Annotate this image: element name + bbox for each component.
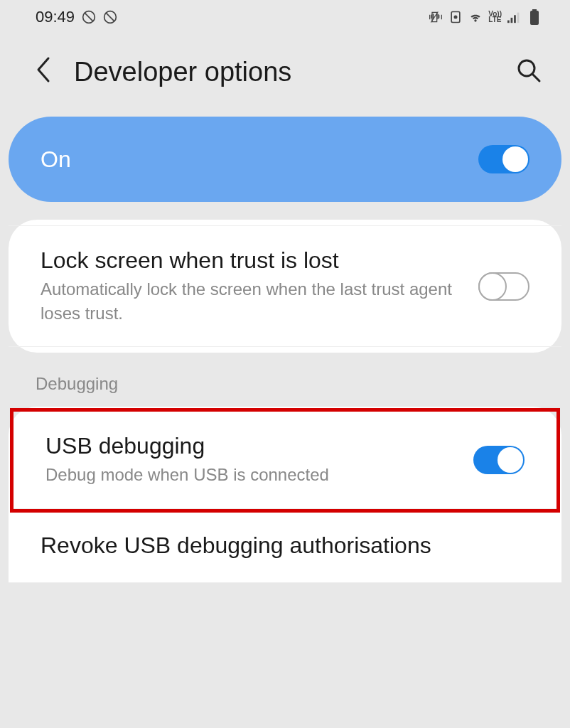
svg-rect-9: [530, 11, 539, 25]
settings-card-debugging: USB debugging Debug mode when USB is con…: [9, 407, 561, 583]
svg-rect-8: [532, 9, 537, 11]
revoke-usb-debugging-authorisations[interactable]: Revoke USB debugging authorisations: [9, 513, 561, 583]
svg-rect-7: [517, 13, 520, 23]
volte-icon: Vo))LTE: [488, 11, 502, 23]
settings-card-1: Lock screen when trust is lost Automatic…: [9, 220, 561, 353]
notification-icon-2: [103, 10, 117, 24]
battery-icon: [527, 10, 542, 24]
app-header: Developer options: [0, 34, 570, 113]
search-button[interactable]: [516, 58, 542, 86]
section-header-debugging: Debugging: [0, 353, 570, 407]
usb-debugging[interactable]: USB debugging Debug mode when USB is con…: [14, 412, 556, 509]
master-toggle-switch[interactable]: [478, 145, 529, 173]
signal-icon: [507, 10, 522, 24]
lock-screen-toggle-switch[interactable]: [478, 272, 529, 301]
usb-debugging-toggle-switch[interactable]: [473, 446, 525, 474]
svg-rect-5: [511, 18, 513, 23]
svg-point-10: [519, 60, 534, 76]
data-saver-icon: [448, 10, 463, 24]
notification-icon-1: [82, 10, 96, 24]
svg-rect-4: [507, 21, 510, 23]
svg-point-3: [454, 16, 458, 19]
developer-options-master-toggle[interactable]: On: [9, 117, 561, 202]
status-bar: 09:49 Vo))LTE: [0, 0, 570, 34]
status-time: 09:49: [36, 8, 75, 26]
lock-screen-when-trust-lost[interactable]: Lock screen when trust is lost Automatic…: [9, 225, 561, 347]
setting-title: Revoke USB debugging authorisations: [41, 532, 529, 559]
page-title: Developer options: [74, 57, 495, 87]
wifi-icon: [468, 10, 483, 24]
highlight-box: USB debugging Debug mode when USB is con…: [10, 408, 560, 513]
svg-rect-6: [514, 15, 516, 23]
setting-title: USB debugging: [45, 433, 459, 459]
setting-title: Lock screen when trust is lost: [41, 247, 464, 274]
vibrate-icon: [429, 10, 443, 24]
setting-description: Automatically lock the screen when the l…: [41, 277, 464, 325]
svg-line-11: [533, 75, 539, 81]
setting-description: Debug mode when USB is connected: [45, 463, 459, 487]
back-button[interactable]: [36, 55, 53, 88]
master-toggle-label: On: [41, 146, 71, 173]
